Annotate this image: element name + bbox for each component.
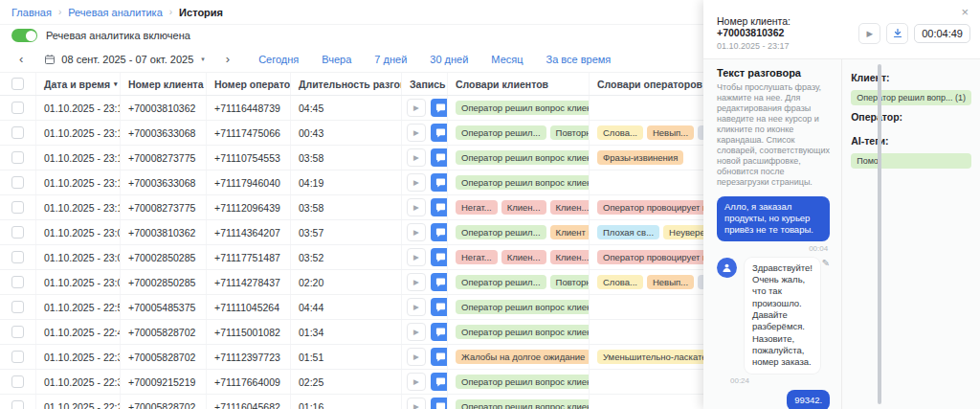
open-transcript-button[interactable]: [431, 124, 448, 142]
chat-scrollbar[interactable]: [878, 64, 881, 404]
cell-datetime: 01.10.2025 - 23:17: [36, 96, 121, 120]
open-transcript-button[interactable]: [431, 398, 448, 409]
row-checkbox[interactable]: [11, 176, 24, 189]
play-record-button[interactable]: ▶: [407, 273, 426, 291]
edit-pencil-icon[interactable]: ✎: [822, 258, 830, 268]
play-record-button[interactable]: ▶: [407, 298, 426, 316]
quick-filter-yesterday[interactable]: Вчера: [322, 54, 351, 65]
dictionary-tag: Плохая св...: [597, 225, 659, 240]
next-period-button[interactable]: ›: [220, 51, 235, 67]
quick-filter-today[interactable]: Сегодня: [258, 54, 299, 65]
dictionary-tag: Повторные обра...: [550, 125, 590, 141]
dictionary-tag: Оператор решил вопрос клиента: [456, 300, 590, 315]
dictionary-tag: Жалобы на долгое ожидание: [456, 350, 590, 365]
breadcrumb-home[interactable]: Главная: [11, 7, 52, 18]
play-record-button[interactable]: ▶: [407, 223, 426, 241]
play-record-button[interactable]: ▶: [407, 99, 426, 117]
cell-operator-number: +71110754553: [207, 146, 291, 170]
cell-operator-number: +71117946040: [207, 170, 291, 194]
transcript-message: Здравствуйте! Очень жаль, что так произо…: [717, 258, 830, 385]
row-checkbox-cell: [0, 345, 36, 369]
message-timestamp: 00:04: [809, 244, 828, 253]
cell-operator-number: +71117751487: [207, 245, 291, 269]
column-datetime[interactable]: Дата и время▾: [36, 73, 121, 95]
panel-call-info: Номер клиента: +70003810362 01.10.2025 -…: [717, 15, 858, 51]
quick-filter-7-days[interactable]: 7 дней: [374, 54, 407, 65]
row-checkbox[interactable]: [11, 126, 24, 139]
open-transcript-button[interactable]: [431, 248, 448, 266]
open-transcript-button[interactable]: [431, 323, 448, 341]
cell-client-number: +70003633068: [121, 121, 207, 145]
row-checkbox[interactable]: [11, 301, 24, 313]
quick-filter-all-time[interactable]: За все время: [546, 54, 612, 65]
quick-filter-month[interactable]: Месяц: [491, 54, 523, 65]
operator-message-row: Здравствуйте! Очень жаль, что так произо…: [717, 258, 830, 374]
row-checkbox-cell: [0, 96, 36, 120]
row-checkbox[interactable]: [11, 226, 24, 239]
play-record-button[interactable]: ▶: [407, 148, 426, 167]
play-record-button[interactable]: ▶: [407, 323, 426, 341]
open-transcript-button[interactable]: [431, 373, 448, 391]
open-transcript-button[interactable]: [431, 99, 448, 117]
play-call-button[interactable]: ▶: [858, 23, 880, 44]
quick-filter-30-days[interactable]: 30 дней: [430, 54, 468, 65]
breadcrumb-speech-analytics[interactable]: Речевая аналитика: [68, 7, 163, 18]
transcript-message: Алло, я заказал продукты, но курьер прив…: [717, 196, 830, 258]
sidebar-operator-label: Оператор:: [851, 111, 971, 123]
dictionary-tag: Слова...: [597, 125, 643, 141]
row-checkbox[interactable]: [11, 351, 24, 363]
panel-call-datetime: 01.10.2025 - 23:17: [717, 41, 858, 51]
play-record-button[interactable]: ▶: [407, 398, 426, 409]
dictionary-tag: Клиен...: [501, 200, 546, 216]
cell-client-dictionaries: Оператор решил вопрос клиента: [448, 395, 590, 409]
close-icon[interactable]: ×: [959, 5, 970, 19]
cell-client-dictionaries: Негат...Клиен...Клиен...еще 3: [448, 195, 590, 219]
row-checkbox[interactable]: [11, 201, 24, 214]
column-duration[interactable]: Длительность разговора: [291, 73, 402, 95]
column-operator-number[interactable]: Номер оператора: [207, 73, 291, 95]
date-range-picker[interactable]: 08 сент. 2025 - 07 окт. 2025 ▾: [44, 54, 204, 65]
play-record-button[interactable]: ▶: [407, 124, 426, 142]
cell-operator-number: +71112096439: [207, 195, 291, 219]
open-transcript-button[interactable]: [431, 223, 448, 241]
play-record-button[interactable]: ▶: [407, 373, 426, 391]
row-checkbox[interactable]: [11, 326, 24, 338]
open-transcript-button[interactable]: [431, 198, 448, 216]
row-checkbox[interactable]: [11, 102, 24, 114]
row-checkbox[interactable]: [11, 251, 24, 263]
cell-datetime: 01.10.2025 - 23:06: [36, 245, 121, 269]
open-transcript-button[interactable]: [431, 348, 448, 366]
open-transcript-button[interactable]: [431, 148, 448, 167]
play-record-button[interactable]: ▶: [407, 173, 426, 192]
calendar-icon: [44, 54, 56, 65]
open-transcript-button[interactable]: [431, 273, 448, 291]
dictionary-tag: Оператор решил вопрос клиента: [456, 325, 590, 340]
row-checkbox[interactable]: [11, 400, 24, 409]
cell-client-dictionaries: Оператор решил вопрос клиента: [448, 320, 590, 344]
dictionary-tag: Оператор решил вопрос клиента: [456, 150, 590, 166]
operator-message-bubble[interactable]: Здравствуйте! Очень жаль, что так произо…: [745, 258, 820, 374]
transcript-icon: [435, 177, 446, 188]
open-transcript-button[interactable]: [431, 173, 448, 192]
download-record-button[interactable]: [886, 23, 908, 44]
open-transcript-button[interactable]: [431, 298, 448, 316]
transcript-title: Текст разговора: [717, 67, 830, 79]
play-record-button[interactable]: ▶: [407, 348, 426, 366]
select-all-checkbox[interactable]: [11, 78, 24, 90]
cell-client-number: +70002850285: [121, 270, 207, 294]
cell-client-number: +70005485375: [121, 295, 207, 319]
transcript-message: 99342.00:44: [717, 390, 830, 409]
play-record-button[interactable]: ▶: [407, 198, 426, 216]
client-message-bubble[interactable]: Алло, я заказал продукты, но курьер прив…: [717, 196, 830, 241]
row-checkbox[interactable]: [11, 151, 24, 164]
analytics-enabled-toggle[interactable]: [11, 29, 37, 42]
row-checkbox[interactable]: [11, 375, 24, 388]
client-message-bubble[interactable]: 99342.: [787, 390, 830, 409]
transcript-icon: [435, 227, 446, 238]
cell-client-dictionaries: Негат...Клиен...Клиен...еще 3: [448, 245, 590, 269]
play-record-button[interactable]: ▶: [407, 248, 426, 266]
row-checkbox[interactable]: [11, 276, 24, 288]
column-client-number[interactable]: Номер клиента: [121, 73, 207, 95]
prev-period-button[interactable]: ‹: [13, 51, 29, 67]
cell-duration: 00:43: [291, 121, 402, 145]
